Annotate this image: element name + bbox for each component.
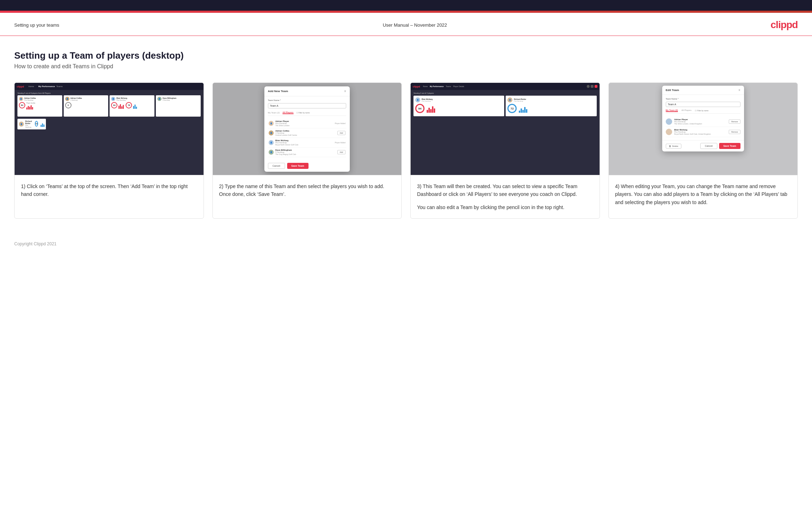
add-player-button[interactable]: Add	[337, 150, 346, 154]
main-content: Setting up a Team of players (desktop) H…	[0, 36, 812, 236]
edit-team-name-input[interactable]	[666, 102, 740, 107]
edit-modal-title: Edit Team	[666, 89, 679, 92]
modal-add-title: Add New Team	[268, 90, 288, 93]
player-added-status: Player Added	[335, 142, 346, 144]
modal-team-name-label: Team Name *	[268, 99, 346, 101]
cards-row: clippd Home My Performance Teams Viewing…	[14, 82, 798, 219]
edit-filter-label: ☐ Filter by name	[695, 109, 708, 112]
copyright: Copyright Clippd 2021	[14, 241, 57, 246]
card-2-screenshot: Add New Team × Team Name * My Team (2) A…	[213, 83, 402, 175]
edit-cancel-button[interactable]: Cancel	[700, 143, 717, 149]
card-1-screenshot: clippd Home My Performance Teams Viewing…	[15, 83, 204, 175]
cancel-button[interactable]: Cancel	[268, 163, 285, 169]
player-added-status: Player Added	[335, 122, 346, 124]
save-team-button[interactable]: Save Team	[287, 163, 309, 169]
card-3-text: 3) This Team will then be created. You c…	[411, 175, 600, 218]
card-1: clippd Home My Performance Teams Viewing…	[14, 82, 204, 219]
remove-player-button[interactable]: Remove	[729, 130, 740, 134]
modal-tab-all-players[interactable]: All Players	[283, 111, 294, 114]
card-4-text: 4) When editing your Team, you can chang…	[609, 175, 798, 218]
page-subtitle: How to create and edit Teams in Clippd	[14, 63, 798, 70]
page-title: Setting up a Team of players (desktop)	[14, 50, 798, 61]
edit-player-item: Adrian Player Plus Handicap The Shire Lo…	[666, 117, 740, 127]
header-left: Setting up your teams	[14, 22, 59, 28]
header-center: User Manual – November 2022	[383, 22, 447, 28]
modal-add-close-icon[interactable]: ×	[344, 89, 346, 93]
card-2-text: 2) Type the name of this Team and then s…	[213, 175, 402, 218]
modal-player-item: 👤 Blair McHarg Plus Handicap Royal North…	[268, 138, 346, 148]
modal-filter-label: ☐ Filter by name	[296, 112, 310, 114]
card-3: clippd Home My Performance Teams Player …	[410, 82, 600, 219]
edit-modal-close-icon[interactable]: ×	[738, 88, 740, 92]
modal-team-name-input[interactable]	[268, 103, 346, 108]
modal-tab-my-team[interactable]: My Team (2)	[268, 112, 280, 114]
edit-tab-all-players[interactable]: All Players	[681, 109, 691, 112]
edit-team-name-label: Team Name *	[666, 98, 740, 100]
modal-player-item: 👤 Dave Billingham 5 Handicap The Gog Mag…	[268, 148, 346, 157]
footer: Copyright Clippd 2021	[0, 236, 812, 251]
edit-tab-my-team[interactable]: My Team (2)	[666, 109, 678, 112]
add-player-button[interactable]: Add	[337, 131, 346, 135]
card-3-screenshot: clippd Home My Performance Teams Player …	[411, 83, 600, 175]
edit-player-item: Blair McHarg Plus Handicap Royal North D…	[666, 127, 740, 137]
remove-player-button[interactable]: Remove	[729, 119, 740, 124]
card-2: Add New Team × Team Name * My Team (2) A…	[212, 82, 402, 219]
card-1-text: 1) Click on ‘Teams’ at the top of the sc…	[15, 175, 204, 218]
card-4-screenshot: Edit Team × Team Name * My Team (2) All …	[609, 83, 798, 175]
modal-player-item: 👤 Adrian Coliba 1 Handicap Central Londo…	[268, 128, 346, 138]
header: Setting up your teams User Manual – Nove…	[0, 13, 812, 36]
trash-icon: 🗑	[669, 145, 671, 147]
logo: clippd	[771, 19, 798, 31]
edit-save-team-button[interactable]: Save Team	[719, 143, 740, 149]
top-bar	[0, 0, 812, 11]
delete-team-button[interactable]: 🗑 Delete	[666, 144, 681, 149]
card-4: Edit Team × Team Name * My Team (2) All …	[608, 82, 798, 219]
modal-player-item: 👤 Adrian Player Plus Handicap The Shire …	[268, 119, 346, 128]
